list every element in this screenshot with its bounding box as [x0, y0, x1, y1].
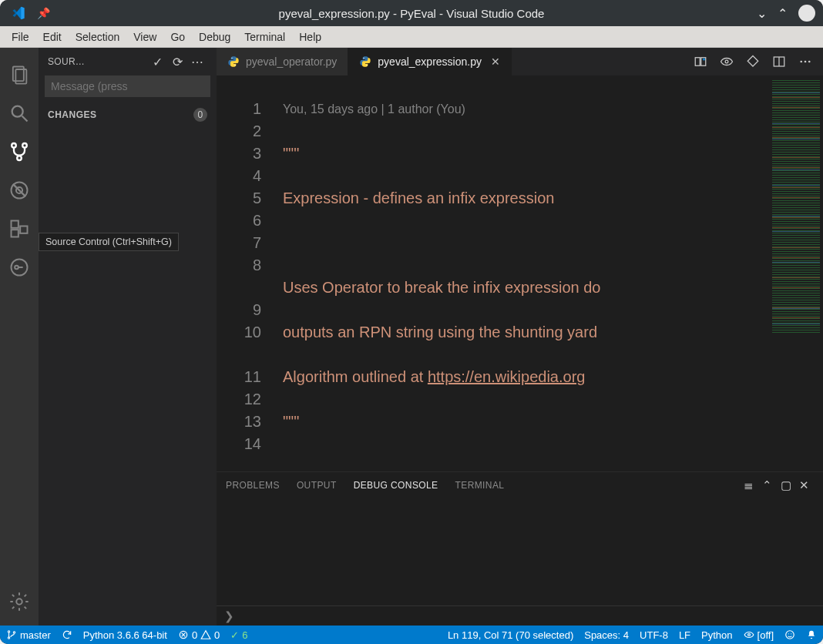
- tab-pyeval-expression[interactable]: pyeval_expression.py ✕: [348, 48, 512, 75]
- menu-view[interactable]: View: [126, 31, 163, 43]
- status-feedback[interactable]: [784, 629, 795, 640]
- changes-section[interactable]: CHANGES 0: [39, 105, 217, 125]
- python-file-icon: [227, 55, 240, 68]
- minimize-icon[interactable]: ⌄: [757, 6, 767, 21]
- minimap[interactable]: [769, 75, 823, 471]
- changes-label: CHANGES: [48, 109, 97, 120]
- activity-bar: Source Control (Ctrl+Shift+G): [0, 48, 39, 626]
- status-notifications[interactable]: [806, 629, 817, 640]
- python-file-icon: [359, 55, 371, 68]
- menu-debug[interactable]: Debug: [192, 31, 237, 43]
- pin-icon[interactable]: 📌: [37, 7, 50, 19]
- status-python[interactable]: Python 3.6.6 64-bit: [83, 629, 167, 641]
- status-eol[interactable]: LF: [679, 629, 690, 641]
- close-panel-icon[interactable]: ✕: [795, 478, 814, 492]
- status-language[interactable]: Python: [701, 629, 732, 641]
- close-tab-icon[interactable]: ✕: [491, 55, 500, 68]
- search-icon[interactable]: [0, 94, 39, 132]
- source-control-icon[interactable]: [0, 132, 39, 171]
- line-number: 5: [217, 187, 261, 210]
- line-number: 11: [217, 366, 261, 388]
- panel-tab-terminal[interactable]: TERMINAL: [455, 480, 505, 491]
- sidebar-header: SOUR… ✓ ⟳ ⋯: [39, 48, 217, 75]
- gitlens-icon[interactable]: [0, 248, 39, 287]
- svg-point-26: [805, 61, 807, 63]
- menu-selection[interactable]: Selection: [69, 31, 127, 43]
- commit-check-icon[interactable]: ✓: [147, 55, 167, 69]
- line-number: 1: [217, 98, 261, 120]
- extensions-icon[interactable]: [0, 210, 39, 248]
- line-number: 7: [217, 232, 261, 254]
- menu-terminal[interactable]: Terminal: [237, 31, 292, 43]
- status-sync[interactable]: [62, 629, 72, 640]
- menu-edit[interactable]: Edit: [36, 31, 69, 43]
- status-label: 6: [242, 629, 247, 641]
- code-editor[interactable]: 1 2 3 4 5 6 7 8 9 10 11 12 1: [217, 75, 769, 471]
- line-number: 9: [217, 299, 261, 321]
- svg-point-34: [747, 634, 750, 636]
- svg-point-27: [808, 61, 811, 63]
- status-encoding[interactable]: UTF-8: [640, 629, 668, 641]
- source-control-sidebar: SOUR… ✓ ⟳ ⋯ CHANGES 0: [39, 48, 217, 626]
- eye-icon: [744, 629, 754, 640]
- svg-point-18: [367, 65, 368, 65]
- toggle-blame-icon[interactable]: [720, 55, 734, 69]
- code-text: Algorithm outlined at: [283, 368, 428, 385]
- status-label: [off]: [757, 629, 774, 641]
- editor-wrap: 1 2 3 4 5 6 7 8 9 10 11 12 1: [217, 75, 823, 471]
- maximize-panel-icon[interactable]: ▢: [777, 478, 795, 492]
- menu-file[interactable]: File: [5, 31, 36, 43]
- editor-actions: [683, 48, 823, 75]
- split-editor-icon[interactable]: [772, 55, 786, 69]
- svg-point-35: [786, 631, 794, 639]
- tab-pyeval-operator[interactable]: pyeval_operator.py: [217, 48, 348, 75]
- refresh-icon[interactable]: ⟳: [167, 55, 187, 69]
- svg-point-17: [364, 58, 364, 59]
- svg-point-29: [8, 637, 9, 639]
- explorer-icon[interactable]: [0, 55, 39, 94]
- compare-changes-icon[interactable]: [694, 55, 707, 69]
- panel-tab-debug-console[interactable]: DEBUG CONSOLE: [354, 480, 438, 491]
- svg-rect-9: [12, 221, 18, 228]
- sidebar-title: SOUR…: [48, 56, 147, 67]
- more-editor-actions-icon[interactable]: [798, 55, 812, 69]
- status-cursor[interactable]: Ln 119, Col 71 (70 selected): [448, 629, 573, 641]
- codelens[interactable]: You, 15 days ago | 1 author (You): [283, 98, 769, 120]
- line-number: 14: [217, 433, 261, 455]
- collapse-panel-icon[interactable]: ⌃: [758, 478, 777, 492]
- menu-go[interactable]: Go: [163, 31, 192, 43]
- debug-console-input[interactable]: ❯: [217, 605, 823, 626]
- more-actions-icon[interactable]: ⋯: [187, 55, 207, 69]
- code-text: Expression - defines an infix expression: [283, 190, 554, 206]
- clear-console-icon[interactable]: ≣: [740, 478, 758, 492]
- svg-point-2: [12, 106, 23, 117]
- vscode-logo-icon: [11, 5, 26, 21]
- tab-label: pyeval_expression.py: [378, 55, 482, 68]
- svg-point-30: [13, 632, 15, 633]
- code-link[interactable]: https://en.wikipedia.org: [428, 368, 586, 385]
- svg-point-15: [231, 58, 232, 59]
- status-problems[interactable]: 0 0: [178, 629, 220, 641]
- status-spaces[interactable]: Spaces: 4: [584, 629, 629, 641]
- status-tests-pass[interactable]: ✓ 6: [230, 629, 247, 641]
- svg-point-25: [800, 61, 802, 63]
- menu-help[interactable]: Help: [292, 31, 328, 43]
- svg-point-36: [788, 633, 789, 634]
- status-label: 0: [192, 629, 197, 641]
- svg-point-5: [22, 143, 27, 148]
- maximize-icon[interactable]: ⌃: [778, 6, 788, 21]
- settings-gear-icon[interactable]: [0, 582, 39, 621]
- debug-icon[interactable]: [0, 171, 39, 210]
- svg-point-4: [12, 143, 16, 148]
- status-preview[interactable]: [off]: [744, 629, 774, 641]
- panel-tab-problems[interactable]: PROBLEMS: [226, 480, 280, 491]
- commit-message-input[interactable]: [45, 75, 210, 97]
- vscode-window: 📌 pyeval_expression.py - PyEval - Visual…: [0, 0, 823, 644]
- file-annotations-icon[interactable]: [746, 55, 760, 69]
- svg-point-14: [16, 599, 22, 604]
- status-git-branch[interactable]: master: [6, 629, 51, 641]
- status-label: master: [20, 629, 51, 641]
- close-window-icon[interactable]: ✕: [798, 5, 815, 22]
- panel-tab-output[interactable]: OUTPUT: [297, 480, 337, 491]
- panel-tabs: PROBLEMS OUTPUT DEBUG CONSOLE TERMINAL ≣…: [217, 472, 823, 498]
